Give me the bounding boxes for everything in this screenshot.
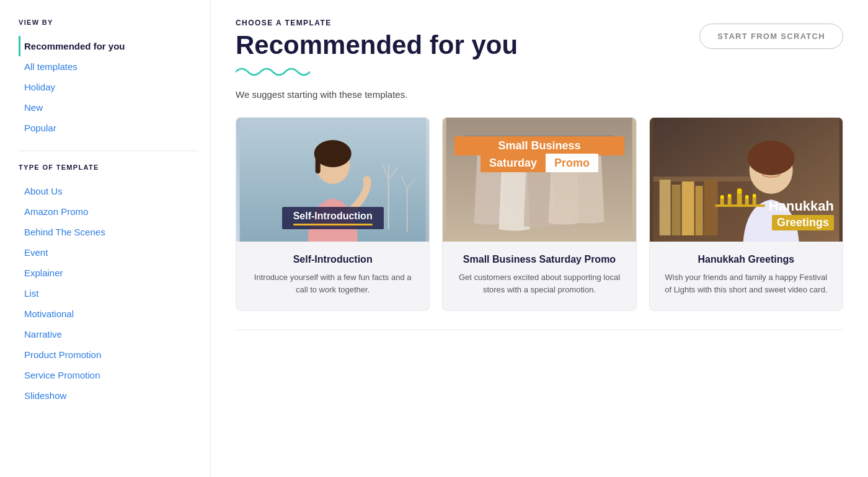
hanukkah-greetings-text: Greetings — [772, 215, 834, 230]
svg-rect-25 — [704, 180, 717, 235]
card-desc-small-biz: Get customers excited about supporting l… — [455, 271, 623, 295]
sidebar-item-all-templates[interactable]: All templates — [19, 56, 198, 77]
svg-point-30 — [737, 188, 742, 193]
card-overlay-self-intro: Self-Introduction — [236, 207, 429, 229]
card-desc-self-intro: Introduce yourself with a few fun facts … — [249, 271, 417, 295]
svg-rect-29 — [737, 192, 742, 207]
svg-rect-22 — [671, 185, 680, 235]
template-card-self-intro[interactable]: Self-Introduction Self-Introduction Intr… — [236, 117, 430, 311]
self-intro-overlay-text: Self-Introduction — [282, 207, 384, 229]
choose-template-label: CHOOSE A TEMPLATE — [236, 19, 518, 27]
sidebar-item-slideshow[interactable]: Slideshow — [19, 385, 198, 406]
card-title-small-biz: Small Business Saturday Promo — [455, 254, 623, 265]
sidebar-nav: Recommended for you All templates Holida… — [19, 36, 198, 138]
sidebar-item-about-us[interactable]: About Us — [19, 181, 198, 201]
small-biz-promo: Promo — [546, 154, 598, 172]
svg-point-36 — [745, 195, 748, 199]
view-by-label: VIEW BY — [19, 19, 198, 26]
card-thumbnail-small-biz: Small Business SaturdayPromo — [443, 118, 636, 242]
svg-rect-31 — [720, 198, 724, 207]
page-title: Recommended for you — [236, 31, 518, 59]
card-desc-hanukkah: Wish your friends and family a happy Fes… — [662, 271, 830, 295]
svg-rect-35 — [745, 198, 748, 207]
sidebar-item-explainer[interactable]: Explainer — [19, 263, 198, 283]
sidebar-item-service-promotion[interactable]: Service Promotion — [19, 365, 198, 385]
sidebar-item-recommended[interactable]: Recommended for you — [19, 36, 198, 56]
template-cards-grid: Self-Introduction Self-Introduction Intr… — [236, 117, 843, 311]
small-biz-saturday: Saturday — [480, 154, 546, 172]
svg-point-38 — [752, 194, 756, 198]
start-from-scratch-button[interactable]: START FROM SCRATCH — [699, 24, 843, 49]
svg-rect-24 — [695, 186, 702, 235]
sidebar: VIEW BY Recommended for you All template… — [0, 0, 211, 477]
sidebar-item-holiday[interactable]: Holiday — [19, 77, 198, 97]
sidebar-item-behind-the-scenes[interactable]: Behind The Scenes — [19, 222, 198, 242]
sidebar-item-popular[interactable]: Popular — [19, 118, 198, 138]
small-biz-line1: Small Business — [454, 136, 624, 155]
template-card-hanukkah[interactable]: Hanukkah Greetings Hanukkah Greetings Wi… — [649, 117, 843, 311]
hanukkah-overlay: Hanukkah Greetings — [769, 199, 834, 230]
svg-rect-37 — [752, 197, 756, 207]
main-content: CHOOSE A TEMPLATE Recommended for you ST… — [211, 0, 868, 477]
section-divider — [236, 330, 843, 330]
sidebar-type-nav: About Us Amazon Promo Behind The Scenes … — [19, 181, 198, 406]
sidebar-item-new[interactable]: New — [19, 97, 198, 118]
svg-rect-33 — [727, 197, 731, 207]
svg-point-32 — [720, 195, 724, 199]
card-thumbnail-self-intro: Self-Introduction — [236, 118, 429, 242]
sidebar-item-narrative[interactable]: Narrative — [19, 324, 198, 344]
sidebar-divider — [19, 151, 198, 151]
sidebar-item-product-promotion[interactable]: Product Promotion — [19, 344, 198, 365]
sidebar-item-list[interactable]: List — [19, 283, 198, 304]
small-biz-line2: SaturdayPromo — [454, 157, 624, 170]
sidebar-item-motivational[interactable]: Motivational — [19, 304, 198, 324]
card-title-self-intro: Self-Introduction — [249, 254, 417, 265]
hanukkah-text1: Hanukkah — [769, 199, 834, 214]
svg-rect-10 — [316, 155, 321, 173]
wavy-divider — [236, 66, 843, 78]
sidebar-item-event[interactable]: Event — [19, 242, 198, 263]
card-body-hanukkah: Hanukkah Greetings Wish your friends and… — [650, 242, 843, 310]
svg-rect-23 — [681, 182, 694, 235]
sidebar-item-amazon-promo[interactable]: Amazon Promo — [19, 201, 198, 222]
card-body-self-intro: Self-Introduction Introduce yourself wit… — [236, 242, 429, 310]
card-title-hanukkah: Hanukkah Greetings — [662, 254, 830, 265]
small-biz-overlay: Small Business SaturdayPromo — [454, 136, 624, 170]
svg-rect-21 — [659, 180, 670, 235]
card-thumbnail-hanukkah: Hanukkah Greetings — [650, 118, 843, 242]
card-body-small-biz: Small Business Saturday Promo Get custom… — [443, 242, 636, 310]
template-card-small-biz[interactable]: Small Business SaturdayPromo Small Busin… — [442, 117, 636, 311]
suggestion-text: We suggest starting with these templates… — [236, 89, 843, 100]
svg-point-34 — [727, 194, 731, 198]
type-of-template-label: TYPE OF TEMPLATE — [19, 164, 198, 171]
svg-point-27 — [747, 141, 794, 175]
title-block: CHOOSE A TEMPLATE Recommended for you — [236, 19, 518, 59]
main-header: CHOOSE A TEMPLATE Recommended for you ST… — [236, 19, 843, 59]
